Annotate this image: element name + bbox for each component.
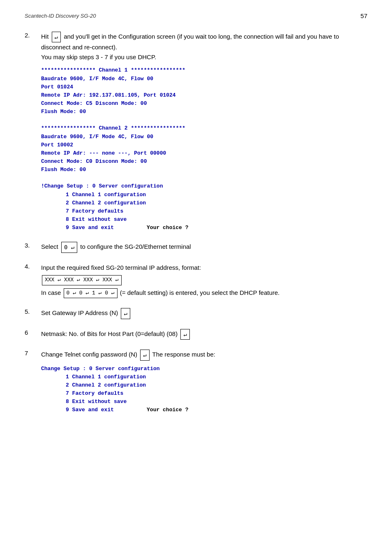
page-number: 57 (360, 12, 367, 19)
step-2-text1: Hit (41, 33, 48, 40)
menu1-item1: 1 Channel 1 configuration (66, 191, 367, 199)
step-6-key: ↵ (180, 329, 189, 340)
step-7-content: Change Telnet config password (N) ↵ The … (41, 350, 367, 360)
step-2-row: 2. Hit ↵ and you'll get in the Configura… (25, 32, 367, 62)
step-7-text1: Change Telnet config password (N) (41, 351, 137, 358)
step-2-text3: You may skip steps 3 - 7 if you use DHCP… (41, 53, 156, 60)
step-6-row: 6 Netmask: No. of Bits for Host Part (0=… (25, 329, 367, 340)
t1-line1: ***************** Channel 1 ************… (41, 66, 367, 74)
step-3-content: Select 0 ↵ to configure the SG-20/Ethern… (41, 242, 367, 253)
step-5-section: 5. Set Gateway IP Address (N) ↵ (25, 308, 367, 319)
menu1-title: !Change Setup : 0 Server configuration (41, 182, 367, 190)
enter-key-1: ↵ (52, 32, 61, 42)
step-7-num: 7 (25, 350, 41, 357)
step-4-num: 4. (25, 263, 41, 270)
step-4-content: Input the required fixed SG-20 terminal … (41, 263, 367, 299)
t1-line8: ***************** Channel 2 ************… (41, 124, 367, 132)
terminal-block-1: ***************** Channel 1 ************… (41, 66, 367, 232)
menu2-item3: 7 Factory defaults (66, 389, 367, 398)
t1-line11: Remote IP Adr: --- none ---, Port 00000 (41, 149, 367, 158)
step-3-num: 3. (25, 242, 41, 249)
step-6-text1: Netmask: No. of Bits for Host Part (0=de… (41, 330, 178, 337)
t1-line10: Port 10002 (41, 141, 367, 149)
t1-line5: Connect Mode: C5 Disconn Mode: 00 (41, 100, 367, 108)
step-5-key: ↵ (121, 308, 130, 319)
step-7-text2: The response must be: (152, 351, 215, 358)
t1-line12: Connect Mode: C0 Disconn Mode: 00 (41, 158, 367, 166)
menu1-item3: 7 Factory defaults (66, 207, 367, 215)
step-3-text1: Select (41, 243, 58, 250)
step-6-section: 6 Netmask: No. of Bits for Host Part (0=… (25, 329, 367, 340)
t1-line6: Flush Mode: 00 (41, 108, 367, 116)
terminal-block-2: Change Setup : 0 Server configuration 1 … (41, 365, 367, 415)
step-4-text2: In case (41, 289, 61, 296)
step-3-text2: to configure the SG-20/Ethernet terminal (80, 243, 191, 250)
menu2-item5: 9 Save and exit (66, 406, 114, 414)
step-2-section: 2. Hit ↵ and you'll get in the Configura… (25, 32, 367, 232)
step-4-text1: Input the required fixed SG-20 terminal … (41, 264, 201, 271)
t1-line3: Port 01024 (41, 83, 367, 91)
step-2-num: 2. (25, 32, 41, 39)
step-5-row: 5. Set Gateway IP Address (N) ↵ (25, 308, 367, 319)
step-3-key: 0 ↵ (61, 242, 77, 253)
step-4-default-key: 0 ↵ 0 ↵ 1 ↵ 0 ↵ (64, 288, 118, 299)
step-3-section: 3. Select 0 ↵ to configure the SG-20/Eth… (25, 242, 367, 253)
page-header: Scantech-ID Discovery SG-20 57 (25, 12, 367, 19)
menu1-item2: 2 Channel 2 configuration (66, 199, 367, 207)
t1-line9: Baudrate 9600, I/F Mode 4C, Flow 00 (41, 133, 367, 141)
page-title: Scantech-ID Discovery SG-20 (25, 13, 96, 19)
t1-line13: Flush Mode: 00 (41, 166, 367, 174)
step-3-row: 3. Select 0 ↵ to configure the SG-20/Eth… (25, 242, 367, 253)
t1-line2: Baudrate 9600, I/F Mode 4C, Flow 00 (41, 75, 367, 83)
menu2-item1: 1 Channel 1 configuration (66, 373, 367, 381)
menu1-item4: 8 Exit without save (66, 215, 367, 224)
menu2-item4: 8 Exit without save (66, 398, 367, 406)
step-6-content: Netmask: No. of Bits for Host Part (0=de… (41, 329, 367, 340)
step-7-key: ↵ (140, 350, 149, 360)
step-5-text1: Set Gateway IP Address (N) (41, 310, 118, 317)
step-2-content: Hit ↵ and you'll get in the Configuratio… (41, 32, 367, 62)
step-4-format-key: XXX ↵ XXX ↵ XXX ↵ XXX ↵ (42, 275, 122, 285)
menu2-your-choice: Your choice ? (147, 406, 188, 414)
menu1-your-choice: Your choice ? (147, 224, 188, 232)
step-7-row: 7 Change Telnet config password (N) ↵ Th… (25, 350, 367, 360)
step-5-content: Set Gateway IP Address (N) ↵ (41, 308, 367, 319)
step-5-num: 5. (25, 308, 41, 315)
menu1-item5: 9 Save and exit (66, 224, 114, 232)
step-4-section: 4. Input the required fixed SG-20 termin… (25, 263, 367, 299)
step-4-text3: (= default setting) is entered, you sele… (120, 289, 280, 296)
step-7-section: 7 Change Telnet config password (N) ↵ Th… (25, 350, 367, 414)
t1-line4: Remote IP Adr: 192.137.081.105, Port 010… (41, 91, 367, 100)
step-4-row: 4. Input the required fixed SG-20 termin… (25, 263, 367, 299)
step-6-num: 6 (25, 329, 41, 336)
menu2-title: Change Setup : 0 Server configuration (41, 365, 367, 373)
menu2-item2: 2 Channel 2 configuration (66, 381, 367, 389)
step-2-text2: and you'll get in the Configuration scre… (41, 33, 339, 51)
